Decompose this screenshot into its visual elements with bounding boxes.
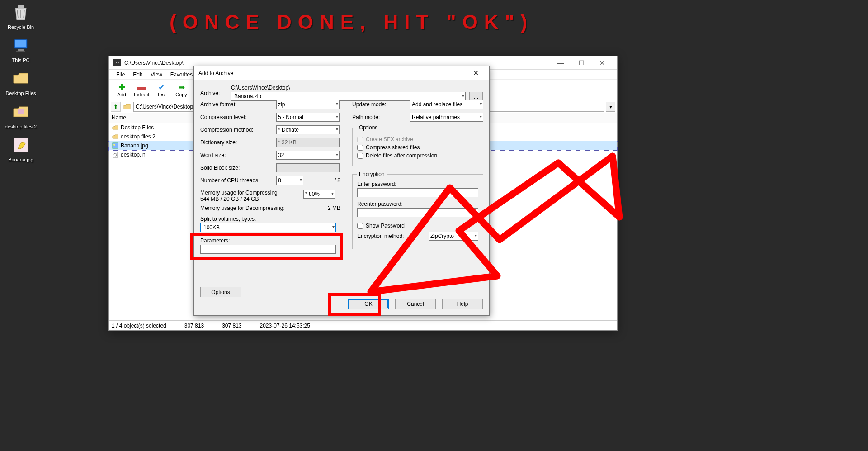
word-size-select[interactable]: 32▾ xyxy=(276,151,340,160)
desktop-icon-recycle-bin[interactable]: Recycle Bin xyxy=(4,3,38,30)
svg-rect-5 xyxy=(18,109,24,114)
archive-format-label: Archive format: xyxy=(200,101,273,108)
desktop-icons-column: Recycle Bin This PC Desktop FIles deskto… xyxy=(0,0,36,168)
recycle-bin-icon xyxy=(11,3,31,23)
add-to-archive-dialog: Add to Archive ✕ Archive: C:\Users\Vince… xyxy=(193,66,490,316)
status-selected: 1 / 4 object(s) selected xyxy=(112,323,166,329)
encryption-group: Encryption Enter password: Reenter passw… xyxy=(352,171,483,249)
desktop-icon-desktop-files[interactable]: Desktop FIles xyxy=(4,69,38,96)
chevron-down-icon: ▾ xyxy=(336,114,338,119)
status-bar: 1 / 4 object(s) selected 307 813 307 813… xyxy=(109,320,617,330)
options-group: Options Create SFX archive Compress shar… xyxy=(352,124,483,166)
folder-icon xyxy=(123,102,132,111)
chevron-down-icon: ▾ xyxy=(475,233,477,238)
image-file-icon xyxy=(112,142,119,149)
ok-button[interactable]: OK xyxy=(348,299,389,309)
file-name: Desktop FIles xyxy=(121,124,186,131)
split-volumes-combo[interactable]: ▾ xyxy=(200,223,336,232)
folder-icon xyxy=(112,133,119,140)
compression-level-select[interactable]: 5 - Normal▾ xyxy=(276,113,340,122)
compression-level-label: Compression level: xyxy=(200,114,273,120)
chevron-down-icon: ▾ xyxy=(331,191,334,196)
menu-edit[interactable]: Edit xyxy=(129,71,146,79)
reenter-password-label: Reenter password: xyxy=(357,201,478,207)
chevron-down-icon: ▾ xyxy=(480,114,482,119)
folder-icon xyxy=(11,102,31,122)
menu-file[interactable]: File xyxy=(113,71,128,79)
svg-rect-0 xyxy=(18,5,24,8)
encryption-group-label: Encryption xyxy=(357,171,387,177)
menu-view[interactable]: View xyxy=(147,71,166,79)
enter-password-input[interactable] xyxy=(357,188,478,197)
word-size-label: Word size: xyxy=(200,152,273,158)
desktop-icon-label: desktop files 2 xyxy=(5,124,37,130)
help-button[interactable]: Help xyxy=(442,299,483,309)
toolbar-add[interactable]: ✚Add xyxy=(113,83,131,97)
enter-password-label: Enter password: xyxy=(357,181,478,187)
chevron-down-icon: ▾ xyxy=(332,224,335,229)
desktop-icon-desktop-files-2[interactable]: desktop files 2 xyxy=(4,102,38,130)
close-button[interactable]: ✕ xyxy=(592,56,613,70)
path-mode-select[interactable]: Relative pathnames▾ xyxy=(410,113,483,122)
chevron-down-icon: ▾ xyxy=(336,152,338,157)
options-button[interactable]: Options xyxy=(200,287,241,297)
archive-format-select[interactable]: zip▾ xyxy=(276,100,340,109)
archive-label: Archive: xyxy=(200,90,227,96)
dialog-titlebar: Add to Archive ✕ xyxy=(194,66,489,80)
minimize-button[interactable]: — xyxy=(550,56,571,70)
archive-name-input[interactable] xyxy=(233,92,464,100)
mem-compress-select[interactable]: * 80%▾ xyxy=(303,190,335,199)
svg-rect-4 xyxy=(16,51,25,52)
desktop-icon-banana[interactable]: Banana.jpg xyxy=(4,135,38,163)
split-volumes-label: Split to volumes, bytes: xyxy=(200,216,340,222)
image-thumb-icon xyxy=(11,135,31,155)
chevron-down-icon: ▾ xyxy=(300,177,302,182)
encryption-method-select[interactable]: ZipCrypto▾ xyxy=(429,232,478,241)
path-mode-label: Path mode: xyxy=(352,114,406,120)
show-password-checkbox[interactable]: Show Password xyxy=(357,223,478,229)
folder-icon xyxy=(112,124,119,131)
chevron-down-icon: ▾ xyxy=(336,127,338,132)
toolbar-copy[interactable]: ➡Copy xyxy=(172,83,190,97)
encryption-method-label: Encryption method: xyxy=(357,233,425,239)
split-volumes-input[interactable] xyxy=(202,223,334,232)
options-group-label: Options xyxy=(357,124,379,131)
reenter-password-input[interactable] xyxy=(357,208,478,217)
update-mode-select[interactable]: Add and replace files▾ xyxy=(410,100,483,109)
svg-rect-7 xyxy=(113,143,118,148)
status-size2: 307 813 xyxy=(222,323,241,329)
file-name: Banana.jpg xyxy=(121,142,186,149)
chevron-down-icon: ▾ xyxy=(336,101,338,106)
status-date: 2023-07-26 14:53:25 xyxy=(260,323,310,329)
folder-icon xyxy=(11,69,31,89)
dialog-close-button[interactable]: ✕ xyxy=(467,69,485,77)
desktop-icon-label: Recycle Bin xyxy=(8,24,34,30)
ini-file-icon xyxy=(112,151,119,158)
archive-path-prefix: C:\Users\Vince\Desktop\ xyxy=(231,85,483,91)
compress-shared-checkbox[interactable]: Compress shared files xyxy=(357,144,478,151)
mem-compress-label: Memory usage for Compressing: xyxy=(200,190,300,196)
parameters-input[interactable] xyxy=(200,245,336,254)
toolbar-test[interactable]: ✔Test xyxy=(152,83,170,97)
this-pc-icon xyxy=(11,36,31,56)
desktop-icon-label: This PC xyxy=(12,57,29,63)
menu-favorites[interactable]: Favorites xyxy=(167,71,196,79)
desktop-icon-this-pc[interactable]: This PC xyxy=(4,36,38,63)
toolbar-extract[interactable]: ▬Extract xyxy=(132,83,151,97)
delete-after-checkbox[interactable]: Delete files after compression xyxy=(357,152,478,159)
chevron-down-icon: ▾ xyxy=(462,93,464,98)
maximize-button[interactable]: ☐ xyxy=(571,56,592,70)
svg-rect-3 xyxy=(18,49,24,51)
cancel-button[interactable]: Cancel xyxy=(395,299,436,309)
chevron-down-icon: ▾ xyxy=(480,101,482,106)
go-up-button[interactable]: ⬆ xyxy=(111,102,121,112)
column-header-name[interactable]: Name xyxy=(109,113,181,123)
parameters-label: Parameters: xyxy=(200,237,340,244)
compression-method-select[interactable]: * Deflate▾ xyxy=(276,125,340,134)
app-icon: 7z xyxy=(113,59,121,66)
cpu-threads-select[interactable]: 8▾ xyxy=(276,176,303,185)
archive-name-combo[interactable]: ▾ xyxy=(231,92,466,101)
address-dropdown-arrow[interactable]: ▾ xyxy=(606,102,615,112)
solid-block-label: Solid Block size: xyxy=(200,165,273,171)
file-name: desktop.ini xyxy=(121,152,186,158)
